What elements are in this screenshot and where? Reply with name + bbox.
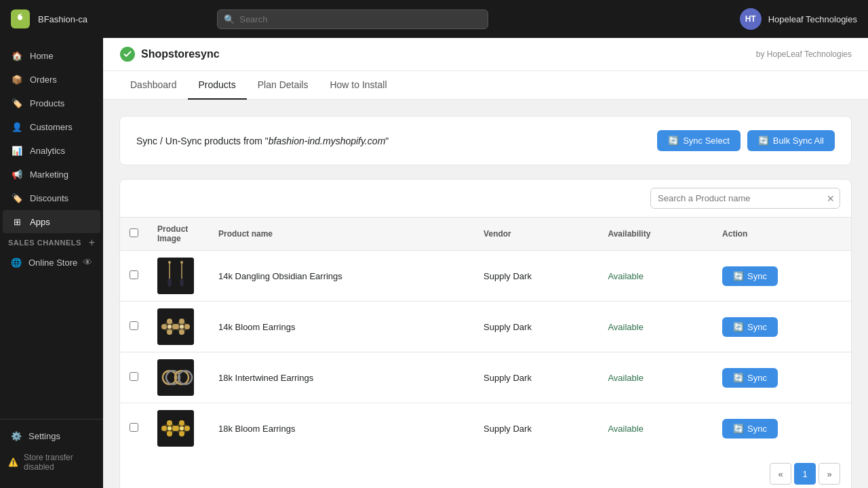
online-store-eye-icon: 👁 bbox=[83, 257, 92, 268]
sidebar-item-products[interactable]: 🏷️ Products bbox=[3, 92, 100, 115]
row-availability-cell-2: Available bbox=[598, 302, 713, 352]
sidebar-item-home[interactable]: 🏠 Home bbox=[3, 44, 100, 67]
sync-select-button[interactable]: 🔄 Sync Select bbox=[657, 130, 741, 151]
channels-section-header: SALES CHANNELS + bbox=[0, 234, 103, 251]
product-thumb-2 bbox=[157, 308, 194, 345]
apps-icon: ⊞ bbox=[11, 216, 23, 228]
sync-button-3[interactable]: 🔄 Sync bbox=[722, 368, 778, 388]
sidebar-bottom: ⚙️ Settings ⚠️ Store transfer disabled bbox=[0, 419, 103, 488]
sync-banner: Sync / Un-Sync products from "bfashion-i… bbox=[119, 116, 852, 165]
sync-icon-1: 🔄 bbox=[733, 271, 744, 281]
row-availability-cell-4: Available bbox=[598, 403, 713, 454]
svg-point-10 bbox=[167, 319, 172, 324]
sidebar-nav: 🏠 Home 📦 Orders 🏷️ Products 👤 Customers … bbox=[0, 38, 103, 419]
product-thumb-3 bbox=[157, 359, 194, 396]
row-checkbox-1[interactable] bbox=[130, 270, 138, 279]
svg-point-37 bbox=[184, 426, 190, 431]
header-product-name: Product name bbox=[209, 218, 474, 251]
tab-dashboard[interactable]: Dashboard bbox=[119, 71, 188, 100]
svg-point-28 bbox=[167, 420, 172, 426]
sidebar-item-marketing[interactable]: 📢 Marketing bbox=[3, 163, 100, 186]
sidebar-label-online-store: Online Store bbox=[28, 258, 77, 268]
sync-buttons: 🔄 Sync Select 🔄 Bulk Sync All bbox=[657, 130, 835, 151]
sidebar-item-apps[interactable]: ⊞ Apps bbox=[3, 210, 100, 233]
sidebar-item-settings[interactable]: ⚙️ Settings bbox=[3, 426, 100, 447]
svg-point-6 bbox=[167, 279, 172, 287]
bulk-sync-label: Bulk Sync All bbox=[773, 136, 824, 146]
row-checkbox-cell-1 bbox=[120, 251, 148, 302]
pagination-page-1[interactable]: 1 bbox=[794, 463, 816, 485]
row-vendor-cell-2: Supply Dark bbox=[474, 302, 598, 352]
bulk-sync-button[interactable]: 🔄 Bulk Sync All bbox=[747, 130, 835, 151]
pagination-prev[interactable]: « bbox=[770, 463, 791, 485]
svg-point-18 bbox=[174, 324, 179, 329]
topbar-right: HT Hopeleaf Technologies bbox=[740, 8, 857, 30]
row-checkbox-2[interactable] bbox=[130, 321, 138, 330]
sync-icon-4: 🔄 bbox=[733, 424, 744, 434]
add-channel-button[interactable]: + bbox=[89, 237, 95, 249]
sync-button-2[interactable]: 🔄 Sync bbox=[722, 317, 778, 337]
sidebar-item-online-store[interactable]: 🌐 Online Store 👁 bbox=[3, 252, 100, 272]
select-all-checkbox[interactable] bbox=[130, 228, 138, 237]
svg-point-30 bbox=[161, 426, 167, 431]
product-thumb-1 bbox=[157, 258, 194, 294]
row-action-cell-2: 🔄 Sync bbox=[713, 302, 851, 352]
sidebar-item-discounts[interactable]: 🏷️ Discounts bbox=[3, 186, 100, 209]
row-action-cell-1: 🔄 Sync bbox=[713, 251, 851, 302]
availability-badge-3: Available bbox=[608, 373, 644, 383]
table-row: 18k Intertwined Earrings Supply Dark Ava… bbox=[120, 352, 851, 403]
tab-how-to-install[interactable]: How to Install bbox=[319, 71, 397, 100]
sync-select-label: Sync Select bbox=[683, 136, 730, 146]
settings-icon: ⚙️ bbox=[11, 431, 22, 441]
row-availability-cell-3: Available bbox=[598, 352, 713, 403]
svg-point-38 bbox=[180, 426, 184, 430]
search-clear-button[interactable]: ✕ bbox=[827, 193, 835, 204]
row-image-cell-1 bbox=[148, 251, 209, 302]
sync-icon: 🔄 bbox=[668, 136, 679, 146]
sidebar-label-marketing: Marketing bbox=[30, 169, 68, 180]
pagination-next[interactable]: » bbox=[818, 463, 840, 485]
sidebar-label-customers: Customers bbox=[30, 122, 73, 132]
tab-products[interactable]: Products bbox=[188, 71, 247, 100]
warning-icon: ⚠️ bbox=[8, 458, 18, 467]
sidebar-label-apps: Apps bbox=[30, 217, 50, 227]
svg-point-5 bbox=[180, 261, 183, 264]
products-table-body: 14k Dangling Obsidian Earrings Supply Da… bbox=[120, 251, 851, 454]
search-input[interactable] bbox=[217, 9, 488, 29]
search-bar-row: ✕ bbox=[120, 180, 851, 218]
shopify-logo bbox=[11, 9, 30, 28]
svg-point-11 bbox=[167, 329, 172, 335]
app-logo bbox=[119, 46, 136, 62]
product-thumb-4 bbox=[157, 410, 194, 447]
header-vendor: Vendor bbox=[474, 218, 598, 251]
sync-button-1[interactable]: 🔄 Sync bbox=[722, 266, 778, 286]
product-search-input[interactable] bbox=[650, 188, 840, 209]
sync-store-name: bfashion-ind.myshopify.com bbox=[269, 136, 385, 146]
tab-plan-details[interactable]: Plan Details bbox=[247, 71, 319, 100]
row-vendor-cell-4: Supply Dark bbox=[474, 403, 598, 454]
row-image-cell-4 bbox=[148, 403, 209, 454]
sidebar-label-home: Home bbox=[30, 51, 54, 61]
svg-point-14 bbox=[167, 325, 172, 329]
svg-point-36 bbox=[174, 426, 179, 431]
sidebar-label-settings: Settings bbox=[28, 431, 60, 441]
user-name: Hopeleaf Technologies bbox=[768, 14, 857, 24]
sync-button-4[interactable]: 🔄 Sync bbox=[722, 419, 778, 439]
sidebar-item-customers[interactable]: 👤 Customers bbox=[3, 115, 100, 138]
store-transfer-text: Store transfer disabled bbox=[24, 453, 95, 472]
table-header: Product Image Product name Vendor Availa… bbox=[120, 218, 851, 251]
analytics-icon: 📊 bbox=[11, 144, 23, 157]
sidebar-item-analytics[interactable]: 📊 Analytics bbox=[3, 139, 100, 162]
sync-banner-text: Sync / Un-Sync products from "bfashion-i… bbox=[136, 136, 389, 146]
sidebar-item-orders[interactable]: 📦 Orders bbox=[3, 68, 100, 91]
topbar: BFashion-ca 🔍 HT Hopeleaf Technologies bbox=[0, 0, 868, 38]
row-checkbox-3[interactable] bbox=[130, 372, 138, 381]
row-checkbox-cell-3 bbox=[120, 352, 148, 403]
sidebar-label-orders: Orders bbox=[30, 75, 57, 85]
row-checkbox-cell-2 bbox=[120, 302, 148, 352]
row-vendor-cell-3: Supply Dark bbox=[474, 352, 598, 403]
row-action-cell-3: 🔄 Sync bbox=[713, 352, 851, 403]
svg-point-4 bbox=[168, 261, 171, 264]
svg-point-20 bbox=[180, 325, 184, 329]
row-checkbox-4[interactable] bbox=[130, 423, 138, 432]
